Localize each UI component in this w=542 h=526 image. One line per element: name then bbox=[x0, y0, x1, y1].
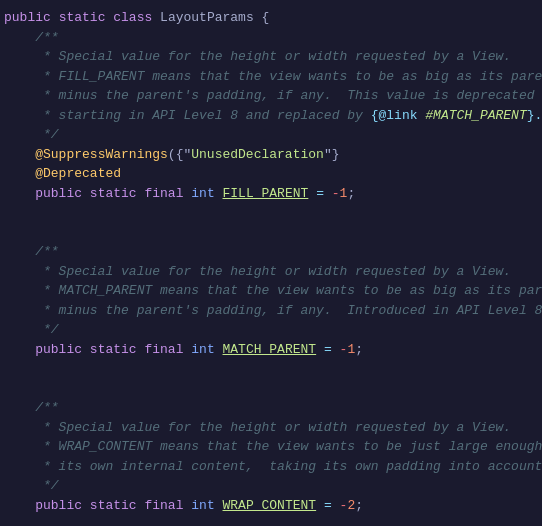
code-token bbox=[4, 281, 43, 301]
code-token: 1 bbox=[347, 340, 355, 360]
code-line: * MATCH_PARENT means that the view wants… bbox=[0, 281, 542, 301]
code-token: = bbox=[324, 340, 332, 360]
code-token: */ bbox=[43, 476, 59, 496]
code-token: * minus bbox=[43, 86, 105, 106]
code-token: */ bbox=[43, 125, 59, 145]
code-token: * Special value for the height or width … bbox=[43, 262, 511, 282]
code-token bbox=[332, 340, 340, 360]
code-token: final bbox=[144, 340, 183, 360]
code-token bbox=[316, 340, 324, 360]
code-line: */ bbox=[0, 320, 542, 340]
code-token: * MATCH_PARENT means bbox=[43, 281, 207, 301]
code-line: */ bbox=[0, 125, 542, 145]
code-token: /** bbox=[35, 398, 58, 418]
code-token bbox=[137, 184, 145, 204]
code-token bbox=[183, 496, 191, 516]
code-token: the bbox=[105, 301, 128, 321]
code-token: * Special value for the height or width … bbox=[43, 418, 511, 438]
code-token: that bbox=[207, 281, 238, 301]
code-token bbox=[105, 8, 113, 28]
code-token: UnusedDeclaration bbox=[191, 145, 324, 165]
code-token bbox=[4, 398, 35, 418]
code-token bbox=[4, 496, 35, 516]
code-token bbox=[4, 86, 43, 106]
code-token: ; bbox=[355, 496, 363, 516]
code-line: * Special value for the height or width … bbox=[0, 418, 542, 438]
code-token: the view wants to be just large enough t… bbox=[238, 437, 542, 457]
code-token bbox=[4, 320, 43, 340]
code-token bbox=[4, 262, 43, 282]
code-token bbox=[332, 496, 340, 516]
code-line bbox=[0, 359, 542, 379]
code-token bbox=[4, 301, 43, 321]
code-token: 1 bbox=[340, 184, 348, 204]
code-token: - bbox=[332, 184, 340, 204]
code-token: the bbox=[105, 86, 128, 106]
code-token: value is deprecated bbox=[379, 86, 535, 106]
code-token: public bbox=[35, 496, 82, 516]
code-token: that bbox=[199, 67, 230, 87]
code-token: parent's padding, if any. bbox=[129, 86, 347, 106]
code-token: the view wants to be as big as its paren… bbox=[238, 281, 542, 301]
code-token: public bbox=[35, 340, 82, 360]
code-token bbox=[4, 164, 35, 184]
code-token: * Special value for the height or width … bbox=[43, 47, 511, 67]
code-token bbox=[324, 184, 332, 204]
code-line: @Deprecated bbox=[0, 164, 542, 184]
code-line bbox=[0, 203, 542, 223]
code-token bbox=[4, 106, 43, 126]
code-token: - bbox=[340, 496, 348, 516]
code-token bbox=[183, 340, 191, 360]
code-token bbox=[4, 47, 43, 67]
code-token bbox=[4, 418, 43, 438]
code-line: * Special value for the height or width … bbox=[0, 262, 542, 282]
code-token: "} bbox=[324, 145, 340, 165]
code-token: MATCH_PARENT bbox=[223, 340, 317, 360]
code-line: * its own internal content, taking its o… bbox=[0, 457, 542, 477]
code-editor: public static class LayoutParams { /** *… bbox=[0, 0, 542, 526]
code-token: final bbox=[144, 496, 183, 516]
code-token: parent's padding, if any. Introduced in … bbox=[129, 301, 542, 321]
code-line: public static final int MATCH_PARENT = -… bbox=[0, 340, 542, 360]
code-token bbox=[137, 340, 145, 360]
code-line: @SuppressWarnings({"UnusedDeclaration"} bbox=[0, 145, 542, 165]
code-token bbox=[51, 8, 59, 28]
code-line: * minus the parent's padding, if any. In… bbox=[0, 301, 542, 321]
code-token: public bbox=[4, 8, 51, 28]
code-token bbox=[4, 28, 35, 48]
code-token bbox=[4, 242, 35, 262]
code-token bbox=[82, 496, 90, 516]
code-token: the view wants to be as big as its paren… bbox=[230, 67, 542, 87]
code-token bbox=[308, 184, 316, 204]
code-token: @SuppressWarnings bbox=[35, 145, 168, 165]
code-token: int bbox=[191, 340, 214, 360]
code-token: /** bbox=[35, 242, 58, 262]
code-token: @Deprecated bbox=[35, 164, 121, 184]
code-line: public static final int WRAP_CONTENT = -… bbox=[0, 496, 542, 516]
code-token: * WRAP_CONTENT means bbox=[43, 437, 207, 457]
code-token: public bbox=[35, 184, 82, 204]
code-token bbox=[137, 496, 145, 516]
code-token: static bbox=[90, 340, 137, 360]
code-token: WRAP_CONTENT bbox=[223, 496, 317, 516]
code-line: * WRAP_CONTENT means that the view wants… bbox=[0, 437, 542, 457]
code-token: * minus bbox=[43, 301, 105, 321]
code-token: * its own internal content, taking its o… bbox=[43, 457, 542, 477]
code-token: */ bbox=[43, 320, 59, 340]
code-token bbox=[183, 184, 191, 204]
code-token bbox=[4, 184, 35, 204]
code-token: static bbox=[90, 184, 137, 204]
code-token: = bbox=[316, 184, 324, 204]
code-token: LayoutParams bbox=[160, 8, 254, 28]
code-token: final bbox=[144, 184, 183, 204]
code-token: {@link bbox=[371, 106, 418, 126]
code-line bbox=[0, 223, 542, 243]
code-token bbox=[82, 340, 90, 360]
code-line: public static final int FILL_PARENT = -1… bbox=[0, 184, 542, 204]
code-token: /** bbox=[35, 28, 58, 48]
code-token bbox=[4, 125, 43, 145]
code-token: static bbox=[90, 496, 137, 516]
code-token: class bbox=[113, 8, 152, 28]
code-line: * FILL_PARENT means that the view wants … bbox=[0, 67, 542, 87]
code-token: that bbox=[207, 437, 238, 457]
